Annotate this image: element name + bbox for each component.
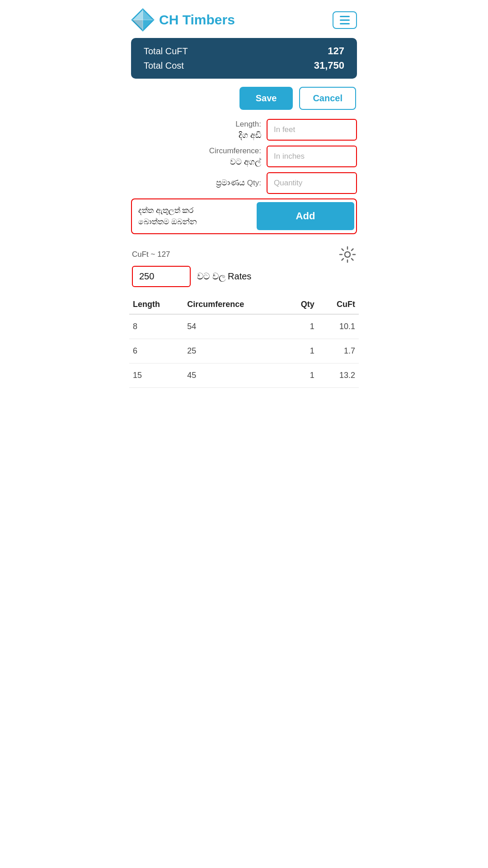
length-row: Length: දිග අඩි xyxy=(131,119,357,141)
col-header-circumference: Circumference xyxy=(183,295,285,314)
total-cost-value: 31,750 xyxy=(314,60,344,71)
app-title: CH Timbers xyxy=(159,12,235,28)
logo-icon xyxy=(131,8,155,32)
menu-icon-line3 xyxy=(340,23,350,24)
table-cell: 45 xyxy=(183,363,285,387)
col-header-qty: Qty xyxy=(285,295,318,314)
timber-table: Length Circumference Qty CuFt 854110.162… xyxy=(129,295,359,388)
total-bar: Total CuFT 127 Total Cost 31,750 xyxy=(131,38,357,79)
rate-row: වට වල Rates xyxy=(132,266,356,287)
svg-point-7 xyxy=(345,252,350,257)
table-cell: 15 xyxy=(129,363,183,387)
total-cuft-row: Total CuFT 127 xyxy=(144,45,344,57)
table-cell: 25 xyxy=(183,339,285,363)
settings-icon[interactable] xyxy=(339,246,356,263)
table-row: 1545113.2 xyxy=(129,363,359,387)
data-table-section: Length Circumference Qty CuFt 854110.162… xyxy=(122,289,366,388)
table-cell: 8 xyxy=(129,314,183,339)
rate-section: CuFt ~ 127 වට වල Rates xyxy=(122,241,366,289)
rate-input[interactable] xyxy=(132,266,191,287)
svg-line-15 xyxy=(342,259,344,260)
cancel-button[interactable]: Cancel xyxy=(299,87,356,110)
rate-top-row: CuFt ~ 127 xyxy=(132,246,356,263)
total-cost-row: Total Cost 31,750 xyxy=(144,60,344,71)
length-input[interactable] xyxy=(267,119,357,141)
circumference-label: Circumference: වට අගල් xyxy=(209,146,261,168)
table-cell: 1 xyxy=(285,363,318,387)
qty-label: ප්‍රමාණය Qty: xyxy=(216,177,261,189)
add-row: දත්ත ඇතුලත් කරබොත්තම ඔබන්න Add xyxy=(131,198,357,234)
menu-icon-line1 xyxy=(340,16,350,17)
table-cell: 10.1 xyxy=(318,314,359,339)
table-cell: 1.7 xyxy=(318,339,359,363)
total-cost-label: Total Cost xyxy=(144,61,184,71)
svg-line-14 xyxy=(352,249,353,250)
circumference-row: Circumference: වට අගල් xyxy=(131,146,357,168)
menu-icon-line2 xyxy=(340,19,350,21)
add-instruction-label: දත්ත ඇතුලත් කරබොත්තම ඔබන්න xyxy=(134,201,257,231)
qty-row: ප්‍රමාණය Qty: xyxy=(131,172,357,194)
logo-area: CH Timbers xyxy=(131,8,235,32)
length-label: Length: දිග අඩි xyxy=(235,119,261,141)
menu-button[interactable] xyxy=(333,11,357,29)
add-button[interactable]: Add xyxy=(257,202,354,230)
cuft-info-label: CuFt ~ 127 xyxy=(132,250,170,259)
table-cell: 13.2 xyxy=(318,363,359,387)
total-cuft-value: 127 xyxy=(328,45,344,57)
table-row: 62511.7 xyxy=(129,339,359,363)
table-cell: 54 xyxy=(183,314,285,339)
svg-line-12 xyxy=(342,249,344,250)
table-header-row: Length Circumference Qty CuFt xyxy=(129,295,359,314)
action-row: Save Cancel xyxy=(122,79,366,114)
circumference-input[interactable] xyxy=(267,146,357,167)
table-cell: 1 xyxy=(285,314,318,339)
rate-label: වට වල Rates xyxy=(197,271,251,282)
svg-line-13 xyxy=(352,259,353,260)
qty-input[interactable] xyxy=(267,172,357,194)
table-cell: 6 xyxy=(129,339,183,363)
app-header: CH Timbers xyxy=(122,0,366,38)
col-header-length: Length xyxy=(129,295,183,314)
total-cuft-label: Total CuFT xyxy=(144,46,188,57)
table-cell: 1 xyxy=(285,339,318,363)
save-button[interactable]: Save xyxy=(239,87,293,110)
table-row: 854110.1 xyxy=(129,314,359,339)
col-header-cuft: CuFt xyxy=(318,295,359,314)
entry-form: Length: දිග අඩි Circumference: වට අගල් ප… xyxy=(122,114,366,241)
